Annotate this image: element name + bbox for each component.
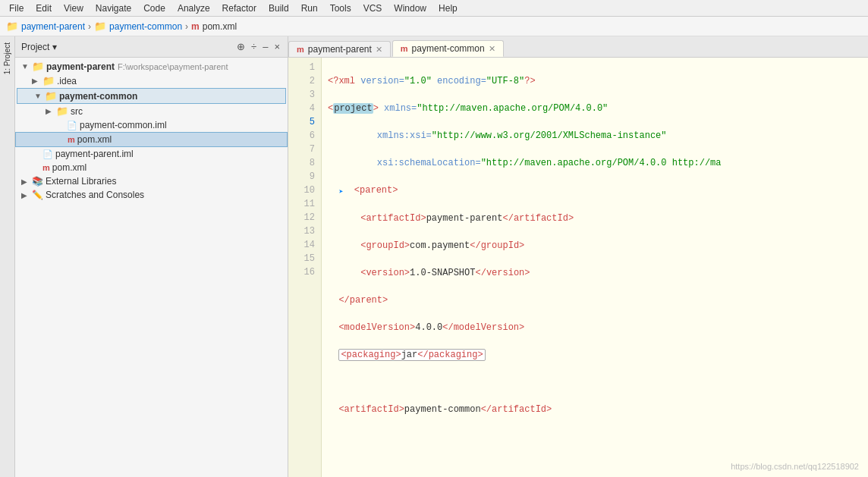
line-num-16: 16: [288, 265, 321, 279]
tree-item-scratches[interactable]: ▶ ✏️ Scratches and Consoles: [15, 188, 288, 202]
file-panel-header: Project ▾ ⊕ ÷ – ×: [15, 36, 288, 58]
module-icon: 📄: [67, 121, 77, 130]
tab-maven-icon-1: m: [297, 45, 304, 54]
tab-payment-common[interactable]: m payment-common ✕: [392, 40, 504, 57]
action-close[interactable]: ×: [272, 41, 281, 52]
tree-view: ▼ 📁 payment-parent F:\workspace\payment-…: [15, 58, 288, 477]
menu-window[interactable]: Window: [388, 2, 432, 15]
expand-arrow[interactable]: ▶: [21, 191, 32, 199]
tab-close-1[interactable]: ✕: [376, 45, 382, 55]
file-panel-title: Project ▾: [21, 42, 57, 52]
expand-arrow[interactable]: ▶: [32, 77, 42, 85]
tree-label-src: src: [71, 106, 83, 117]
breadcrumb-payment-common[interactable]: payment-common: [109, 21, 182, 32]
tree-item-payment-parent-iml[interactable]: ▶ 📄 payment-parent.iml: [15, 147, 288, 161]
tree-item-payment-common-iml[interactable]: ▶ 📄 payment-common.iml: [15, 118, 288, 132]
line-num-7: 7: [288, 143, 321, 156]
menu-tools[interactable]: Tools: [324, 2, 357, 15]
line-num-3: 3: [288, 88, 321, 102]
breadcrumb-sep-2: ›: [185, 21, 188, 32]
breadcrumb-folder-icon-2: 📁: [94, 20, 106, 32]
action-locate[interactable]: ⊕: [235, 41, 247, 52]
expand-arrow[interactable]: ▼: [34, 92, 45, 100]
folder-icon: 📁: [56, 105, 68, 117]
action-collapse[interactable]: ÷: [250, 41, 258, 52]
menu-refactor[interactable]: Refactor: [216, 2, 263, 15]
line-num-12: 12: [288, 211, 321, 224]
tree-path-payment-parent: F:\workspace\payment-parent: [118, 62, 228, 71]
code-line-5: ➤ <parent>: [328, 184, 862, 198]
tree-item-idea[interactable]: ▶ 📁 .idea: [15, 74, 288, 88]
code-line-10: <modelVersion>4.0.0</modelVersion>: [328, 321, 862, 334]
project-tab-label[interactable]: 1: Project: [3, 39, 11, 77]
line-num-6: 6: [288, 129, 321, 143]
breadcrumb-sep-1: ›: [88, 21, 91, 32]
tree-item-external-libs[interactable]: ▶ 📚 External Libraries: [15, 174, 288, 188]
code-line-9: </parent>: [328, 293, 862, 307]
tab-label-payment-common: payment-common: [412, 43, 485, 54]
action-settings[interactable]: –: [261, 41, 269, 52]
tab-bar: m payment-parent ✕ m payment-common ✕: [288, 36, 868, 58]
tab-close-2[interactable]: ✕: [489, 44, 495, 54]
tree-label-payment-common: payment-common: [59, 91, 137, 102]
menu-bar: File Edit View Navigate Code Analyze Ref…: [0, 0, 868, 17]
line-num-5: 5: [288, 115, 321, 129]
code-line-1: <?xml version="1.0" encoding="UTF-8"?>: [328, 74, 862, 88]
project-dropdown-icon[interactable]: ▾: [52, 42, 57, 52]
code-line-7: <groupId>com.payment</groupId>: [328, 239, 862, 253]
tree-item-pom-xml-parent[interactable]: ▶ m pom.xml: [15, 161, 288, 174]
code-content[interactable]: <?xml version="1.0" encoding="UTF-8"?> <…: [322, 58, 868, 477]
expand-arrow[interactable]: ▶: [46, 107, 56, 115]
watermark: https://blog.csdn.net/qq122518902: [731, 462, 859, 471]
code-line-14: [328, 430, 862, 444]
code-editor[interactable]: 1 2 3 4 5 6 7 8 9 10 11 12 13 14 15 16 <…: [288, 58, 868, 477]
tree-item-pom-xml-common[interactable]: ▶ m pom.xml: [15, 132, 288, 147]
line-num-11: 11: [288, 197, 321, 211]
file-panel-actions: ⊕ ÷ – ×: [235, 41, 281, 52]
line-num-1: 1: [288, 61, 321, 74]
menu-analyze[interactable]: Analyze: [171, 2, 216, 15]
tree-label-payment-parent: payment-parent: [46, 61, 115, 72]
code-line-13: <artifactId>payment-common</artifactId>: [328, 403, 862, 416]
tree-label-external-libs: External Libraries: [46, 176, 116, 187]
main-layout: 1: Project Project ▾ ⊕ ÷ – × ▼ 📁 payment…: [0, 36, 868, 477]
code-line-8: <version>1.0-SNAPSHOT</version>: [328, 266, 862, 280]
menu-build[interactable]: Build: [263, 2, 295, 15]
breadcrumb-payment-parent[interactable]: payment-parent: [21, 21, 85, 32]
tree-label-payment-parent-iml: payment-parent.iml: [55, 149, 134, 159]
expand-arrow[interactable]: ▶: [21, 177, 32, 186]
library-icon: 📚: [32, 176, 43, 187]
line-num-14: 14: [288, 238, 321, 252]
tree-item-src[interactable]: ▶ 📁 src: [15, 104, 288, 118]
tab-payment-parent[interactable]: m payment-parent ✕: [288, 41, 391, 57]
line-num-13: 13: [288, 224, 321, 238]
file-panel: Project ▾ ⊕ ÷ – × ▼ 📁 payment-parent F:\…: [15, 36, 288, 477]
project-label: Project: [21, 42, 49, 52]
code-line-3: xmlns:xsi="http://www.w3.org/2001/XMLSch…: [328, 129, 862, 143]
menu-run[interactable]: Run: [295, 2, 324, 15]
iml-icon: 📄: [42, 149, 53, 159]
expand-arrow[interactable]: ▼: [21, 62, 32, 71]
line-num-8: 8: [288, 156, 321, 170]
menu-navigate[interactable]: Navigate: [90, 2, 137, 15]
menu-view[interactable]: View: [58, 2, 90, 15]
line-num-10: 10: [288, 184, 321, 197]
tree-item-payment-parent[interactable]: ▼ 📁 payment-parent F:\workspace\payment-…: [15, 59, 288, 74]
line-numbers: 1 2 3 4 5 6 7 8 9 10 11 12 13 14 15 16: [288, 58, 322, 477]
line-num-15: 15: [288, 252, 321, 265]
maven-file-icon: m: [68, 135, 75, 144]
line-num-2: 2: [288, 74, 321, 88]
folder-icon: 📁: [42, 75, 55, 86]
line-num-9: 9: [288, 170, 321, 184]
folder-icon: 📁: [32, 61, 44, 72]
editor-area: m payment-parent ✕ m payment-common ✕ 1 …: [288, 36, 868, 477]
menu-code[interactable]: Code: [137, 2, 171, 15]
menu-vcs[interactable]: VCS: [357, 2, 388, 15]
menu-help[interactable]: Help: [432, 2, 464, 15]
folder-icon: 📁: [45, 90, 57, 102]
menu-file[interactable]: File: [3, 2, 30, 15]
tree-item-payment-common[interactable]: ▼ 📁 payment-common: [17, 88, 286, 104]
menu-edit[interactable]: Edit: [30, 2, 58, 15]
breadcrumb: 📁 payment-parent › 📁 payment-common › m …: [0, 17, 868, 36]
code-line-4: xsi:schemaLocation="http://maven.apache.…: [328, 156, 862, 170]
